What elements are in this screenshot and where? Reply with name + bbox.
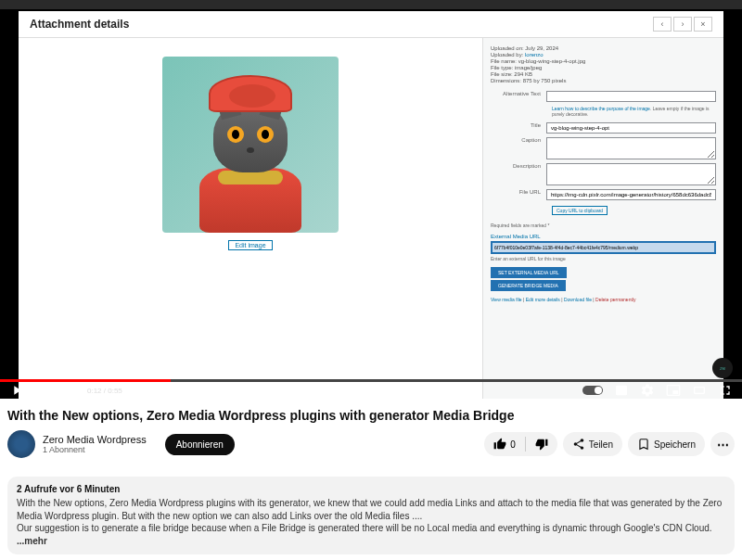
share-button[interactable]: Teilen	[563, 432, 622, 456]
video-info: With the New options, Zero Media Wordpre…	[0, 399, 742, 467]
file-url-label: File URL	[491, 189, 546, 195]
video-title: With the New options, Zero Media Wordpre…	[7, 408, 735, 423]
modal-body: Edit image Uploaded on: July 29, 2024 Up…	[19, 38, 723, 399]
miniplayer-icon[interactable]	[666, 383, 681, 398]
attachment-preview-image	[162, 57, 339, 233]
channel-avatar[interactable]	[7, 430, 35, 458]
meta-file-size: File size: 294 KB	[491, 71, 716, 77]
player-controls: 0:12 / 0:55	[0, 382, 742, 399]
attachment-actions: View media file | Edit more details | Do…	[491, 297, 716, 302]
meta-uploaded-on: Uploaded on: July 29, 2024	[491, 45, 716, 51]
channel-watermark[interactable]: ZM	[712, 358, 733, 378]
time-display: 0:12 / 0:55	[87, 387, 122, 395]
like-button[interactable]: 0	[484, 432, 525, 456]
close-button[interactable]: ×	[694, 17, 712, 32]
title-label: Title	[491, 122, 546, 128]
video-player-area: Attachment details ‹ › ×	[0, 0, 742, 399]
modal-title: Attachment details	[30, 18, 129, 31]
description-label: Description	[491, 163, 546, 169]
next-button[interactable]: ›	[673, 17, 692, 32]
external-media-url-input[interactable]	[491, 241, 716, 254]
set-external-media-button[interactable]: SET EXTERNAL MEDIA URL	[491, 267, 567, 278]
caption-label: Caption	[491, 137, 546, 143]
fullscreen-icon[interactable]	[718, 383, 733, 398]
save-button[interactable]: Speichern	[628, 432, 705, 456]
details-pane: Uploaded on: July 29, 2024 Uploaded by: …	[482, 38, 723, 399]
description-text: With the New options, Zero Media Wordpre…	[17, 497, 725, 547]
download-file-link[interactable]: Download file	[564, 297, 592, 302]
copy-url-button[interactable]: Copy URL to clipboard	[552, 206, 608, 215]
generate-bridge-button[interactable]: GENERATE BRIDGE MEDIA	[491, 280, 566, 291]
subscriber-count: 1 Abonnent	[43, 445, 147, 454]
subscribe-button[interactable]: Abonnieren	[165, 434, 235, 455]
meta-dimensions: Dimensions: 875 by 750 pixels	[491, 78, 716, 83]
description-input[interactable]	[546, 163, 716, 185]
more-actions-button[interactable]: ⋯	[710, 432, 735, 456]
required-note: Required fields are marked *	[491, 223, 716, 228]
video-description[interactable]: 2 Aufrufe vor 6 Minuten With the New opt…	[7, 477, 735, 554]
like-dislike-group: 0	[484, 432, 557, 456]
volume-icon[interactable]	[61, 383, 76, 398]
image-preview-pane: Edit image	[19, 38, 482, 399]
autoplay-toggle[interactable]	[582, 386, 603, 395]
meta-file-name: File name: vg-blog-wing-step-4-opt.jpg	[491, 58, 716, 64]
prev-button[interactable]: ‹	[653, 17, 672, 32]
file-url-input[interactable]	[546, 189, 716, 200]
title-input[interactable]	[546, 122, 716, 134]
edit-image-button[interactable]: Edit image	[228, 240, 272, 250]
play-icon[interactable]	[9, 383, 24, 398]
modal-nav: ‹ › ×	[653, 17, 712, 32]
description-meta: 2 Aufrufe vor 6 Minuten	[17, 484, 725, 494]
delete-link[interactable]: Delete permanently	[595, 297, 635, 302]
channel-row: Zero Media Wordpress 1 Abonnent Abonnier…	[7, 430, 735, 458]
channel-name[interactable]: Zero Media Wordpress	[43, 434, 147, 445]
alt-text-label: Alternative Text	[491, 91, 546, 96]
view-media-link[interactable]: View media file	[491, 297, 522, 302]
theater-icon[interactable]	[692, 383, 707, 398]
modal-header: Attachment details ‹ › ×	[19, 11, 723, 38]
next-icon[interactable]	[35, 383, 50, 398]
edit-details-link[interactable]: Edit more details	[526, 297, 560, 302]
alt-help-text: Learn how to describe the purpose of the…	[552, 106, 716, 117]
meta-file-type: File type: image/jpeg	[491, 65, 716, 70]
attachment-details-modal: Attachment details ‹ › ×	[19, 11, 723, 399]
meta-uploaded-by: Uploaded by: lorenzo	[491, 52, 716, 57]
external-media-label: External Media URL	[491, 234, 716, 239]
settings-icon[interactable]	[640, 383, 655, 398]
browser-tab-bar	[0, 0, 742, 9]
alt-text-input[interactable]	[546, 91, 716, 102]
dislike-button[interactable]	[526, 432, 557, 456]
caption-input[interactable]	[546, 137, 716, 159]
external-media-help: Enter an external URL for this image	[491, 256, 716, 261]
show-more-button[interactable]: ...mehr	[17, 536, 47, 546]
captions-icon[interactable]	[614, 383, 629, 398]
